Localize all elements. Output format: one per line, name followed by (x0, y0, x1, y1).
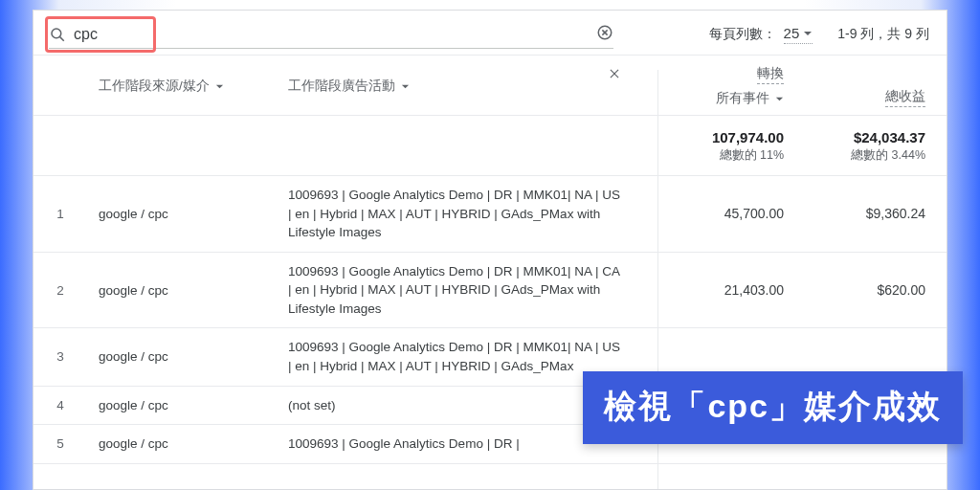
close-icon (608, 67, 621, 80)
summary-conversions-pct: 總數的 11% (640, 147, 784, 164)
row-revenue: $9,360.24 (803, 206, 947, 221)
summary-row: 107,974.00 總數的 11% $24,034.37 總數的 3.44% (33, 116, 947, 176)
svg-point-0 (52, 29, 61, 38)
row-index: 2 (33, 283, 87, 298)
caret-down-icon (401, 82, 410, 91)
header-campaign[interactable]: 工作階段廣告活動 (288, 78, 410, 95)
search-icon (49, 26, 66, 43)
rows-per-page-select[interactable]: 25 (784, 25, 813, 44)
row-source: google / cpc (87, 349, 288, 364)
caret-down-icon (215, 82, 224, 91)
row-source: google / cpc (87, 207, 288, 221)
annotation-overlay: 檢視「cpc」媒介成效 (583, 371, 963, 444)
row-conversions: 21,403.00 (640, 282, 803, 298)
close-circle-icon (596, 24, 613, 41)
rows-per-page-value: 25 (784, 25, 800, 41)
caret-down-icon (803, 29, 813, 38)
header-conversions[interactable]: 轉換 (757, 65, 784, 84)
remove-dimension-button[interactable] (608, 67, 621, 83)
row-source: google / cpc (87, 398, 288, 412)
row-index: 1 (33, 207, 87, 221)
row-campaign: 1009693 | Google Analytics Demo | DR | M… (288, 338, 640, 375)
row-index: 3 (33, 349, 87, 364)
row-conversions: 45,700.00 (640, 206, 803, 221)
topbar: 每頁列數： 25 1-9 列，共 9 列 (33, 11, 947, 55)
row-campaign: 1009693 | Google Analytics Demo | DR | M… (288, 186, 640, 242)
header-source-medium[interactable]: 工作階段來源/媒介 (99, 78, 224, 95)
rows-per-page-label: 每頁列數： (709, 26, 776, 43)
row-count: 1-9 列，共 9 列 (837, 26, 929, 43)
row-source: google / cpc (87, 436, 288, 451)
clear-search-button[interactable] (596, 24, 613, 44)
search-input[interactable] (74, 26, 589, 43)
table-row[interactable]: 2google / cpc1009693 | Google Analytics … (33, 253, 947, 329)
row-campaign: 1009693 | Google Analytics Demo | DR | M… (288, 262, 640, 319)
header-conversions-filter[interactable]: 所有事件 (716, 90, 784, 107)
rows-per-page: 每頁列數： 25 (709, 25, 813, 44)
svg-line-1 (60, 36, 64, 40)
header-revenue[interactable]: 總收益 (885, 88, 925, 107)
table-headers: 工作階段來源/媒介 工作階段廣告活動 轉換 所有事件 總收益 (33, 55, 947, 116)
row-source: google / cpc (87, 283, 288, 298)
summary-revenue-pct: 總數的 3.44% (803, 147, 925, 164)
summary-revenue: $24,034.37 (803, 129, 925, 145)
table-row[interactable]: 1google / cpc1009693 | Google Analytics … (33, 176, 947, 253)
summary-conversions: 107,974.00 (640, 129, 784, 145)
row-index: 4 (33, 398, 87, 412)
search-box[interactable] (49, 20, 613, 49)
caret-down-icon (775, 95, 784, 103)
row-index: 5 (33, 436, 87, 451)
row-revenue: $620.00 (803, 282, 947, 298)
